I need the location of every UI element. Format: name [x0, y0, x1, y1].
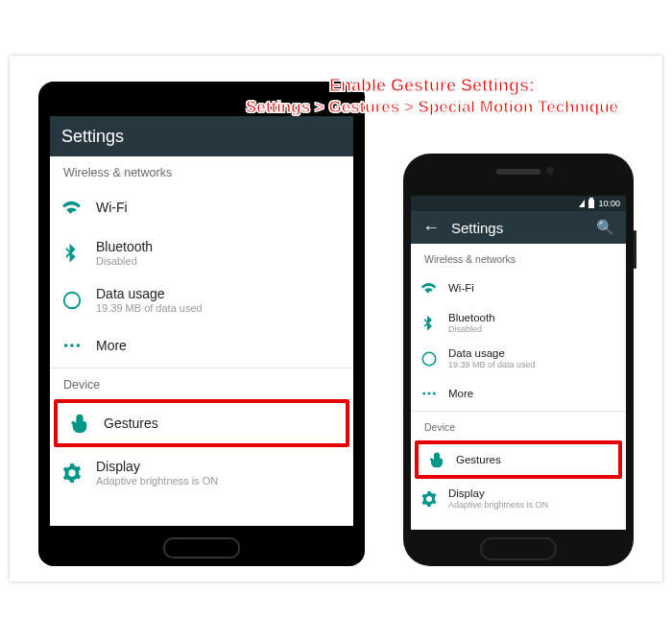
- phone-sensor: [546, 167, 554, 175]
- more-icon: [61, 335, 83, 356]
- row-title: Display: [96, 459, 342, 474]
- phone-power-button[interactable]: [634, 230, 636, 269]
- data-usage-icon: [61, 290, 83, 311]
- annotation-line-2: Settings > Gestures > Special Motion Tec…: [216, 97, 648, 118]
- row-wifi[interactable]: Wi-Fi: [50, 185, 353, 229]
- bluetooth-icon: [61, 243, 83, 264]
- status-bar: 10:00: [411, 196, 626, 211]
- display-icon: [420, 490, 438, 508]
- row-subtitle: Adaptive brightness is ON: [448, 500, 616, 510]
- section-header-device: Device: [50, 368, 353, 397]
- section-header-device: Device: [411, 412, 626, 439]
- wifi-icon: [420, 279, 438, 297]
- row-gestures[interactable]: Gestures: [54, 399, 349, 447]
- status-time: 10:00: [598, 199, 620, 208]
- wifi-icon: [61, 197, 83, 218]
- row-subtitle: Adaptive brightness is ON: [96, 475, 342, 487]
- gestures-icon: [428, 451, 445, 468]
- row-title: Wi-Fi: [448, 282, 616, 294]
- row-gestures[interactable]: Gestures: [415, 440, 622, 479]
- gestures-icon: [69, 413, 90, 434]
- row-title: Data usage: [96, 286, 342, 301]
- phone-speaker: [496, 169, 540, 175]
- row-display[interactable]: Display Adaptive brightness is ON: [411, 481, 626, 516]
- tablet-screen: Settings Wireless & networks Wi-Fi Bluet…: [50, 116, 353, 526]
- app-bar: Settings: [50, 116, 353, 156]
- bluetooth-icon: [420, 315, 438, 332]
- row-title: Gestures: [456, 454, 609, 465]
- row-more[interactable]: More: [411, 376, 626, 411]
- back-icon[interactable]: ←: [422, 218, 440, 238]
- phone-device-frame: 10:00 ← Settings 🔍 Wireless & networks W…: [403, 154, 634, 566]
- row-title: Data usage: [448, 347, 616, 359]
- display-icon: [61, 463, 83, 484]
- battery-icon: [588, 200, 594, 208]
- more-icon: [420, 385, 438, 402]
- tablet-home-button[interactable]: [163, 537, 240, 558]
- row-subtitle: 19.39 MB of data used: [448, 360, 616, 369]
- section-header-wireless: Wireless & networks: [411, 244, 626, 271]
- page-title: Settings: [451, 220, 503, 236]
- search-icon[interactable]: 🔍: [596, 219, 614, 236]
- signal-icon: [579, 200, 585, 207]
- data-usage-icon: [420, 350, 438, 368]
- phone-screen: 10:00 ← Settings 🔍 Wireless & networks W…: [411, 196, 626, 530]
- row-title: Bluetooth: [96, 239, 342, 254]
- row-data-usage[interactable]: Data usage 19.39 MB of data used: [50, 276, 353, 323]
- section-header-wireless: Wireless & networks: [50, 156, 353, 185]
- row-title: Gestures: [104, 415, 334, 431]
- page-title: Settings: [61, 127, 124, 147]
- phone-home-button[interactable]: [480, 537, 557, 560]
- app-bar: ← Settings 🔍: [411, 211, 626, 244]
- annotation-overlay: Enable Gesture Settings: Settings > Gest…: [216, 75, 648, 118]
- row-data-usage[interactable]: Data usage 19.39 MB of data used: [411, 341, 626, 376]
- row-more[interactable]: More: [50, 323, 353, 368]
- row-title: Bluetooth: [448, 312, 616, 323]
- row-title: More: [96, 338, 342, 353]
- row-display[interactable]: Display Adaptive brightness is ON: [50, 449, 353, 496]
- row-title: Wi-Fi: [96, 200, 342, 215]
- row-subtitle: Disabled: [448, 324, 616, 334]
- row-bluetooth[interactable]: Bluetooth Disabled: [50, 229, 353, 276]
- row-title: More: [448, 388, 616, 399]
- row-title: Display: [448, 487, 616, 499]
- row-bluetooth[interactable]: Bluetooth Disabled: [411, 305, 626, 341]
- row-wifi[interactable]: Wi-Fi: [411, 271, 626, 305]
- row-subtitle: Disabled: [96, 255, 342, 267]
- tablet-device-frame: Settings Wireless & networks Wi-Fi Bluet…: [38, 82, 365, 566]
- row-subtitle: 19.39 MB of data used: [96, 302, 342, 314]
- annotation-line-1: Enable Gesture Settings:: [216, 75, 648, 97]
